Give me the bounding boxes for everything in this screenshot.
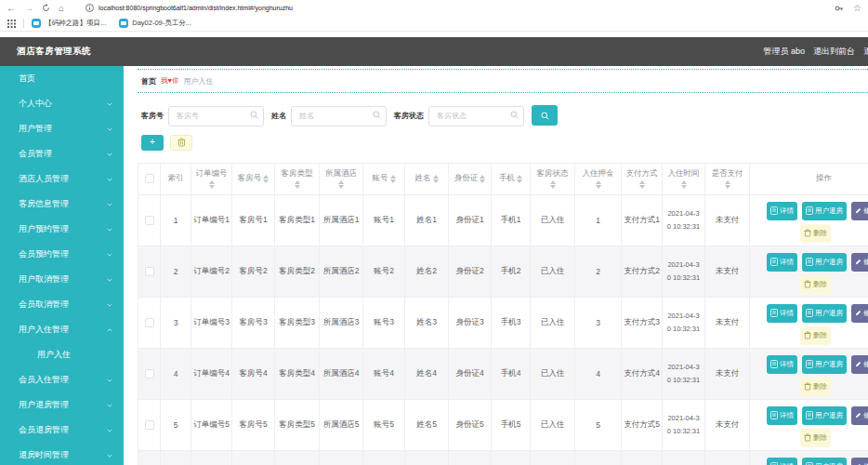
cell-id_card: 身份证3 [449, 297, 492, 348]
user-checkout-button[interactable]: 用户退房 [802, 253, 847, 272]
home-icon[interactable]: ⌂ [59, 4, 64, 13]
search-icon [373, 111, 381, 119]
cell-index: 5 [161, 399, 191, 450]
row-checkbox[interactable] [145, 369, 154, 379]
cell-pay_method: 支付方式2 [622, 246, 663, 297]
column-header-name[interactable]: 姓名 [405, 163, 449, 194]
search-bar: 客房号姓名客房状态 [138, 105, 868, 126]
column-header-pay_method[interactable]: 支付方式 [622, 163, 663, 194]
delete-button[interactable] [170, 135, 192, 151]
search-field-label: 客房状态 [394, 111, 424, 121]
cell-paid: 未支付 [705, 246, 750, 297]
apps-grid-icon[interactable] [7, 20, 16, 28]
bookmark-item[interactable]: 【码神之路】项目... [32, 19, 106, 28]
cell-paid: 未支付 [705, 399, 750, 450]
column-header-account[interactable]: 账号 [363, 163, 405, 194]
detail-button[interactable]: 详情 [767, 406, 797, 425]
chevron-down-icon [107, 278, 112, 282]
actions-cell: 详情用户退房修改删除 [750, 297, 868, 348]
sidebar-item-3[interactable]: 用户管理 [0, 116, 124, 141]
sidebar-item-7[interactable]: 用户预约管理 [0, 217, 124, 242]
sidebar-item-6[interactable]: 客房信息管理 [0, 192, 124, 217]
sidebar-item-label: 用户入住管理 [19, 324, 69, 336]
chevron-down-icon [107, 454, 112, 458]
delete-row-button[interactable]: 删除 [800, 224, 831, 243]
edit-button[interactable]: 修改 [851, 253, 868, 272]
edit-button[interactable]: 修改 [851, 202, 868, 220]
detail-button[interactable]: 详情 [767, 304, 797, 323]
row-checkbox[interactable] [145, 420, 154, 430]
delete-row-button[interactable]: 删除 [800, 429, 831, 447]
edit-button[interactable]: 修改 [851, 458, 868, 465]
search-field-label: 客房号 [141, 111, 164, 121]
user-checkout-button[interactable]: 用户退房 [802, 304, 847, 323]
column-header-room_status[interactable]: 客房状态 [531, 163, 575, 194]
column-header-checkin_time[interactable]: 入住时间 [663, 163, 705, 194]
delete-row-button[interactable]: 删除 [800, 326, 831, 345]
logout-link[interactable]: 退出登录 [863, 46, 868, 58]
sidebar-item-13[interactable]: 会员入住管理 [0, 367, 124, 392]
user-checkout-button[interactable]: 用户退房 [802, 202, 847, 220]
bookmark-item[interactable]: Day02-09-员工分... [119, 19, 191, 28]
edit-button[interactable]: 修改 [851, 406, 868, 425]
add-button[interactable]: + [141, 135, 164, 151]
breadcrumb-home[interactable]: 首页 [141, 76, 156, 86]
sidebar-item-8[interactable]: 会员预约管理 [0, 242, 124, 267]
row-checkbox[interactable] [145, 267, 154, 276]
row-checkbox[interactable] [145, 216, 154, 225]
sidebar-item-10[interactable]: 会员取消管理 [0, 292, 124, 317]
exit-to-front-link[interactable]: 退出到前台 [813, 46, 855, 58]
sidebar-item-2[interactable]: 个人中心 [0, 91, 124, 116]
user-checkout-button[interactable]: 用户退房 [802, 406, 847, 425]
sidebar-item-15[interactable]: 会员退房管理 [0, 418, 124, 443]
page-info-icon[interactable] [85, 4, 94, 12]
sidebar-item-1[interactable]: 首页 [0, 66, 124, 91]
sidebar-item-4[interactable]: 会员管理 [0, 141, 124, 166]
column-header-order_no[interactable]: 订单编号 [191, 163, 232, 194]
sidebar-item-14[interactable]: 用户退房管理 [0, 392, 124, 418]
actions-cell: 详情用户退房修改删除 [750, 399, 868, 450]
column-header-paid[interactable]: 是否支付 [705, 163, 750, 194]
password-key-icon[interactable] [835, 4, 844, 13]
forward-icon[interactable]: → [24, 4, 33, 13]
url-text[interactable]: localhost:8080/springboot6alf1/admin/dis… [99, 5, 293, 11]
cell-room_no: 客房号4 [232, 348, 275, 399]
sidebar-item-5[interactable]: 酒店人员管理 [0, 166, 124, 192]
select-all-checkbox[interactable] [145, 174, 154, 183]
delete-row-button[interactable]: 删除 [800, 275, 831, 294]
cell-paid: 未支付 [705, 450, 750, 465]
sidebar-item-16[interactable]: 退房时间管理 [0, 443, 124, 465]
cell-name: 姓名3 [405, 297, 449, 348]
column-header-deposit[interactable]: 入住押金 [575, 163, 622, 194]
detail-button[interactable]: 详情 [767, 253, 797, 272]
detail-button[interactable]: 详情 [767, 202, 797, 220]
back-icon[interactable]: ← [7, 4, 16, 13]
reload-icon[interactable] [42, 4, 50, 12]
user-checkout-button[interactable]: 用户退房 [802, 355, 847, 374]
detail-button[interactable]: 详情 [767, 355, 797, 374]
chevron-down-icon [107, 102, 112, 106]
sidebar-item-label: 用户预约管理 [19, 223, 69, 235]
column-header-phone[interactable]: 手机 [492, 163, 531, 194]
bilibili-favicon [119, 19, 128, 28]
cell-id_card: 身份证6 [449, 450, 492, 465]
cell-deposit: 2 [575, 246, 622, 297]
edit-button[interactable]: 修改 [851, 355, 868, 374]
bookmark-star-icon[interactable]: ☆ [853, 4, 861, 13]
cell-room_type: 客房类型5 [275, 399, 320, 450]
search-button[interactable] [532, 105, 558, 126]
sidebar-item-9[interactable]: 用户取消管理 [0, 267, 124, 292]
sidebar-item-label: 用户退房管理 [19, 399, 69, 411]
delete-row-button[interactable]: 删除 [800, 378, 831, 396]
sidebar-item-label: 会员管理 [19, 148, 52, 160]
edit-button[interactable]: 修改 [851, 304, 868, 323]
column-header-hotel[interactable]: 所属酒店 [320, 163, 363, 194]
row-checkbox[interactable] [145, 318, 154, 327]
detail-button[interactable]: 详情 [767, 458, 797, 465]
user-checkout-button[interactable]: 用户退房 [802, 458, 847, 465]
column-header-id_card[interactable]: 身份证 [449, 163, 492, 194]
sidebar-item-12[interactable]: 用户入住 [0, 342, 124, 367]
column-header-room_no[interactable]: 客房号 [232, 163, 275, 194]
column-header-room_type[interactable]: 客房类型 [275, 163, 320, 194]
sidebar-item-11[interactable]: 用户入住管理 [0, 317, 124, 342]
